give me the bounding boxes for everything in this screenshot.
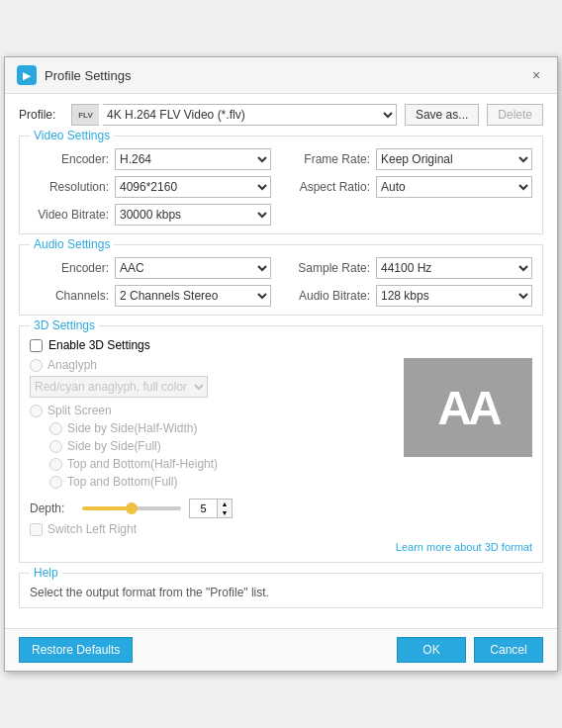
video-settings-content: Encoder: H.264 Resolution: 4096*2160 (30, 148, 532, 226)
video-bitrate-select[interactable]: 30000 kbps (115, 204, 271, 226)
depth-slider[interactable] (82, 506, 181, 510)
depth-decrement-button[interactable]: ▼ (218, 508, 232, 517)
anaglyph-type-select: Red/cyan anaglyph, full color (30, 376, 208, 398)
learn-more-link[interactable]: Learn more about 3D format (396, 541, 532, 553)
dialog-content: Profile: FLV 4K H.264 FLV Video (*.flv) … (5, 94, 557, 628)
help-section: Help Select the output format from the "… (19, 573, 543, 608)
app-icon: ▶ (17, 65, 37, 85)
audio-bitrate-label: Audio Bitrate: (291, 289, 370, 303)
learn-more-row: Learn more about 3D format (30, 540, 532, 554)
audio-settings-content: Encoder: AAC Channels: 2 Channels Stereo (30, 257, 532, 307)
save-as-button[interactable]: Save as... (405, 104, 479, 126)
aspect-ratio-select[interactable]: Auto (376, 176, 532, 198)
delete-button[interactable]: Delete (487, 104, 543, 126)
audio-left-col: Encoder: AAC Channels: 2 Channels Stereo (30, 257, 271, 307)
video-settings-title: Video Settings (30, 129, 114, 142)
video-bitrate-row: Video Bitrate: 30000 kbps (30, 204, 271, 226)
frame-rate-row: Frame Rate: Keep Original (291, 148, 532, 170)
audio-bitrate-select[interactable]: 128 kbps (376, 285, 532, 307)
split-option-3: Top and Bottom(Full) (49, 475, 394, 489)
enable-3d-row: Enable 3D Settings (30, 338, 532, 352)
restore-defaults-button[interactable]: Restore Defaults (19, 637, 133, 663)
enable-3d-label: Enable 3D Settings (48, 338, 150, 352)
threed-main-area: Anaglyph Red/cyan anaglyph, full color S… (30, 358, 532, 493)
audio-encoder-row: Encoder: AAC (30, 257, 271, 279)
sample-rate-label: Sample Rate: (291, 261, 370, 275)
depth-spin-buttons: ▲ ▼ (217, 499, 233, 518)
video-left-col: Encoder: H.264 Resolution: 4096*2160 (30, 148, 271, 226)
help-title: Help (30, 566, 62, 580)
split-option-0-label: Side by Side(Half-Width) (67, 421, 197, 435)
bottom-right-buttons: OK Cancel (397, 637, 543, 663)
split-screen-radio[interactable] (30, 405, 43, 417)
resolution-label: Resolution: (30, 180, 109, 194)
aspect-ratio-label: Aspect Ratio: (291, 180, 370, 194)
split-option-3-label: Top and Bottom(Full) (67, 475, 177, 489)
threed-options-left: Anaglyph Red/cyan anaglyph, full color S… (30, 358, 394, 493)
audio-form-grid: Encoder: AAC Channels: 2 Channels Stereo (30, 257, 532, 307)
switch-left-right-label: Switch Left Right (47, 522, 137, 536)
depth-increment-button[interactable]: ▲ (218, 500, 232, 508)
profile-settings-dialog: ▶ Profile Settings × Profile: FLV 4K H.2… (4, 56, 558, 672)
audio-encoder-label: Encoder: (30, 261, 109, 275)
close-button[interactable]: × (527, 66, 545, 84)
profile-select[interactable]: 4K H.264 FLV Video (*.flv) (103, 104, 397, 126)
audio-settings-section: Audio Settings Encoder: AAC Channels: (19, 244, 543, 316)
resolution-row: Resolution: 4096*2160 (30, 176, 271, 198)
video-settings-section: Video Settings Encoder: H.264 Resolution… (19, 136, 543, 234)
video-form-grid: Encoder: H.264 Resolution: 4096*2160 (30, 148, 532, 226)
audio-settings-title: Audio Settings (30, 237, 114, 251)
profile-label: Profile: (19, 108, 63, 122)
split-screen-radio-row: Split Screen (30, 404, 394, 417)
encoder-select[interactable]: H.264 (115, 148, 271, 170)
help-text: Select the output format from the "Profi… (30, 586, 532, 599)
sample-rate-select[interactable]: 44100 Hz (376, 257, 532, 279)
aspect-ratio-row: Aspect Ratio: Auto (291, 176, 532, 198)
side-by-side-half-radio[interactable] (49, 422, 62, 435)
audio-bitrate-row: Audio Bitrate: 128 kbps (291, 285, 532, 307)
split-screen-options: Side by Side(Half-Width) Side by Side(Fu… (30, 421, 394, 489)
video-bitrate-label: Video Bitrate: (30, 208, 109, 222)
depth-row: Depth: ▲ ▼ (30, 499, 532, 518)
cancel-button[interactable]: Cancel (474, 637, 543, 663)
top-bottom-full-radio[interactable] (49, 476, 62, 489)
split-option-1: Side by Side(Full) (49, 439, 394, 453)
title-bar: ▶ Profile Settings × (5, 57, 557, 94)
video-right-col: Frame Rate: Keep Original Aspect Ratio: … (291, 148, 532, 226)
dialog-title: Profile Settings (45, 68, 131, 83)
anaglyph-select-row: Red/cyan anaglyph, full color (30, 376, 394, 398)
sample-rate-row: Sample Rate: 44100 Hz (291, 257, 532, 279)
encoder-row: Encoder: H.264 (30, 148, 271, 170)
frame-rate-select[interactable]: Keep Original (376, 148, 532, 170)
threed-settings-title: 3D Settings (30, 318, 99, 332)
threed-settings-section: 3D Settings Enable 3D Settings Anaglyph (19, 325, 543, 563)
title-bar-left: ▶ Profile Settings (17, 65, 131, 85)
split-screen-label: Split Screen (47, 404, 112, 417)
ok-button[interactable]: OK (397, 637, 466, 663)
top-bottom-half-radio[interactable] (49, 458, 62, 471)
resolution-select[interactable]: 4096*2160 (115, 176, 271, 198)
audio-right-col: Sample Rate: 44100 Hz Audio Bitrate: 128… (291, 257, 532, 307)
threed-settings-content: Enable 3D Settings Anaglyph Red/cyan ana… (30, 338, 532, 554)
enable-3d-checkbox[interactable] (30, 339, 43, 352)
profile-select-container: FLV 4K H.264 FLV Video (*.flv) (71, 104, 397, 126)
depth-spinbox: ▲ ▼ (189, 499, 233, 518)
switch-left-right-checkbox[interactable] (30, 523, 43, 536)
frame-rate-label: Frame Rate: (291, 152, 370, 166)
encoder-label: Encoder: (30, 152, 109, 166)
app-icon-text: ▶ (23, 70, 31, 81)
profile-row: Profile: FLV 4K H.264 FLV Video (*.flv) … (19, 104, 543, 126)
channels-row: Channels: 2 Channels Stereo (30, 285, 271, 307)
anaglyph-radio-row: Anaglyph (30, 358, 394, 372)
threed-preview: AA (404, 358, 532, 457)
bottom-bar: Restore Defaults OK Cancel (5, 628, 557, 671)
split-option-2: Top and Bottom(Half-Height) (49, 457, 394, 471)
channels-select[interactable]: 2 Channels Stereo (115, 285, 271, 307)
anaglyph-radio[interactable] (30, 359, 43, 372)
channels-label: Channels: (30, 289, 109, 303)
audio-encoder-select[interactable]: AAC (115, 257, 271, 279)
depth-value-input[interactable] (189, 499, 217, 518)
threed-preview-text: AA (437, 381, 498, 435)
side-by-side-full-radio[interactable] (49, 440, 62, 453)
anaglyph-label: Anaglyph (47, 358, 97, 372)
